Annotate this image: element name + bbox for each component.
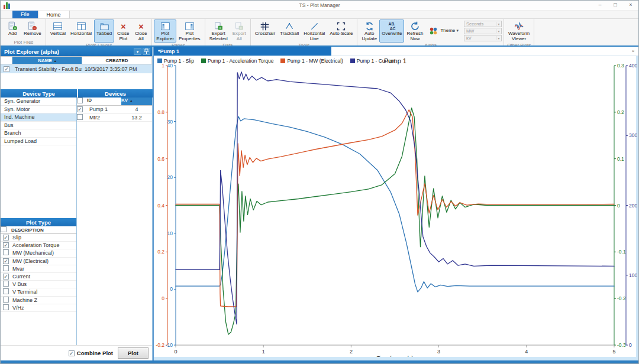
svg-text:-0.1: -0.1 [617,249,626,255]
device-type-item-ind-machine[interactable]: Ind. Machine [1,113,76,122]
layout-vertical-icon [53,21,63,31]
svg-text:1: 1 [262,349,265,355]
row-checkbox[interactable] [3,288,9,294]
ribbon: AddRemovePlot FilesVerticalHorizontalTab… [1,19,638,46]
device-type-header: Device Type [1,89,77,98]
ribbon-button-remove[interactable]: Remove [21,20,44,40]
combine-plot-checkbox[interactable]: ✓ Combine Plot [69,350,113,356]
svg-text:0: 0 [629,342,632,348]
close-all-icon: × [138,21,144,31]
plot-type-check-all[interactable] [1,226,11,233]
plot-type-row-v-terminal[interactable]: V Terminal [1,288,76,296]
pin-button[interactable] [143,48,150,55]
ribbon-button-auto-scale[interactable]: Auto-Scale [327,20,355,43]
svg-text:0: 0 [162,295,164,301]
plot-type-row-mw-mechanical[interactable]: MW (Mechanical) [1,249,76,257]
ribbon-button-theme[interactable]: Theme ▾ [425,20,462,43]
row-checkbox[interactable]: ✓ [3,274,9,280]
tab-close-icon[interactable]: × [628,47,638,56]
device-type-item-bus[interactable]: Bus [1,122,76,130]
device-id: Mtr2 [87,115,121,121]
plot-type-row-v-bus[interactable]: V Bus [1,281,76,288]
ribbon-button-plot-explorer[interactable]: PlotExplorer [154,20,176,43]
devices-kv-header[interactable]: KV▴ [121,98,152,105]
plot-explorer-title: Plot Explorer (alpha) [4,48,133,55]
svg-text:AB: AB [388,22,394,26]
ribbon-button-trackball[interactable]: Trackball [277,20,301,43]
ribbon-button-add[interactable]: Add [4,20,21,40]
plot-type-row-mw-electrical[interactable]: ✓MW (Electrical) [1,258,76,265]
plot-button[interactable]: Plot [118,347,149,359]
ribbon-group-alpha: AutoUpdateABACOverwriteRefreshNowTheme ▾… [357,19,504,46]
add-plot-file-icon [8,21,18,31]
sort-asc-icon: ▴ [54,58,56,63]
row-checkbox[interactable]: ✓ [4,66,9,72]
ribbon-button-overwrite[interactable]: ABACOverwrite [379,20,404,43]
row-checkbox[interactable]: ✓ [3,258,9,264]
svg-text:-0.2: -0.2 [617,295,626,301]
row-checkbox[interactable] [3,281,9,287]
device-type-item-lumped-load[interactable]: Lumped Load [1,138,76,146]
plot-file-row[interactable]: ✓Transient Stability - Fault Bus.tsp10/3… [1,64,152,73]
row-checkbox[interactable] [3,249,9,255]
window-bottom-edge [1,360,638,363]
chart-tab-pump1[interactable]: *Pump 1 [154,47,331,56]
ribbon-button-tabbed[interactable]: Tabbed [94,20,114,43]
device-type-item-branch[interactable]: Branch [1,129,76,138]
plot-files-name-header[interactable]: NAME▴ [12,57,82,64]
row-checkbox[interactable] [77,114,83,120]
ribbon-button-export-selected[interactable]: xExportSelected [207,20,230,43]
plot-type-label: V Terminal [11,289,37,295]
unit-select-kv[interactable]: kV▾ [464,35,502,41]
ribbon-button-plot-properties[interactable]: PlotProperties [176,20,202,43]
device-row-mtr2[interactable]: Mtr213.2 [77,114,152,122]
ribbon-button-close-plot[interactable]: ×ClosePlot [114,20,132,43]
row-checkbox[interactable] [3,304,9,310]
row-checkbox[interactable]: ✓ [3,242,9,248]
svg-text:x: x [240,26,242,30]
chart-bottom-scroll-area[interactable] [154,357,636,360]
device-row-pump-1[interactable]: ✓Pump 14 [77,106,152,114]
unit-select-seconds[interactable]: Seconds▾ [464,21,502,27]
tab-home[interactable]: Home [38,10,70,18]
svg-text:0.2: 0.2 [617,109,624,115]
plot-canvas[interactable]: 012345Time (seconds)10.80.60.40.20-0.240… [154,56,636,358]
plot-type-row-mvar[interactable]: Mvar [1,265,76,273]
app-window: TS - Plot Manager – □ × File Home AddRem… [0,0,639,364]
overwrite-icon: ABAC [387,21,397,31]
devices-id-header[interactable]: ID [87,98,121,105]
ribbon-button-waveform-viewer[interactable]: WaveformViewer [506,20,532,43]
theme-icon [428,26,438,36]
plot-files-created-header[interactable]: CREATED [82,57,152,64]
plot-type-description-header[interactable]: DESCRIPTION [11,228,76,233]
row-checkbox[interactable]: ✓ [77,106,83,112]
plot-type-row-acceleration-torque[interactable]: ✓Acceleration Torque [1,242,76,249]
device-type-item-syn-motor[interactable]: Syn. Motor [1,106,76,114]
ribbon-button-vertical[interactable]: Vertical [48,20,68,43]
ribbon-button-auto-update[interactable]: AutoUpdate [359,20,379,43]
svg-text:x: x [219,26,221,30]
device-type-item-syn-generator[interactable]: Syn. Generator [1,98,76,106]
collapse-button[interactable]: ▾ [134,48,141,55]
ribbon-button-crosshair[interactable]: Crosshair [253,20,277,43]
unit-select-mw[interactable]: MW▾ [464,28,502,34]
row-checkbox[interactable]: ✓ [3,235,9,240]
row-checkbox[interactable] [3,265,9,271]
tab-file[interactable]: File [12,10,38,18]
plot-type-label: Machine Z [11,297,37,303]
ribbon-button-horizontal[interactable]: Horizontal [68,20,94,43]
ribbon-button-refresh-now[interactable]: RefreshNow [404,20,425,43]
ribbon-button-close-all[interactable]: ×CloseAll [132,20,150,43]
plot-type-row-current[interactable]: ✓Current [1,273,76,281]
svg-text:100: 100 [629,272,637,278]
svg-text:-0.3: -0.3 [617,342,626,348]
plot-type-row-slip[interactable]: ✓Slip [1,234,76,242]
layout-horizontal-icon [76,21,86,31]
plot-type-row-machine-z[interactable]: Machine Z [1,297,76,304]
row-checkbox[interactable] [3,297,9,303]
plot-type-row-v-hz[interactable]: V/Hz [1,304,76,312]
svg-text:-0.2: -0.2 [156,342,164,348]
plot-files-rows: ✓Transient Stability - Fault Bus.tsp10/3… [1,64,152,73]
devices-check-all[interactable] [77,98,87,105]
ribbon-button-horizontal-line[interactable]: HorizontalLine [301,20,327,43]
